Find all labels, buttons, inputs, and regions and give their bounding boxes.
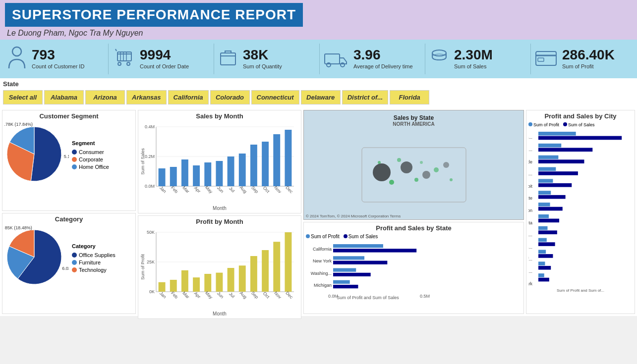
city-sales-bar-12 [538,278,549,282]
state-filter-label: State [3,79,634,89]
sales-state-title: Sales by State [393,114,435,121]
profit-month-xlabel: Month [140,311,299,316]
legend-dot-0 [72,253,77,258]
bar-8 [250,256,257,292]
bar-8 [250,145,257,186]
kpi-label-2: Sum of Quantity [243,63,282,70]
state-sales-bar-2 [333,272,371,276]
state-btn-4[interactable]: California [168,90,209,104]
city-sales-bar-11 [538,266,551,270]
sales-month-xlabel: Month [140,206,299,211]
city-profit-bar-1 [538,144,561,148]
x-label-1: Feb [170,185,179,194]
kpi-text-5: 286.40K Sum of Profit [562,48,615,70]
legend-label-1: Corporate [79,156,103,162]
city-label-2: Seattle [528,159,532,164]
state-btn-3[interactable]: Arkansas [126,90,167,104]
city-profit-bar-4 [538,179,553,183]
main-title: SUPERSTORE PERFORMANCE REPORT [12,7,296,22]
pie-slice-0 [31,127,61,181]
state-sales-bar-0 [333,249,416,252]
x-label-2: Mar [181,291,190,300]
state-btn-1[interactable]: Alabama [44,90,84,104]
legend-label-1: Furniture [79,260,101,265]
city-label-4: Detroit [528,184,532,189]
city-label-8: Minnea... [528,232,532,237]
kpi-icon-5 [535,50,557,69]
city-profit-bar-9 [538,238,547,242]
y-axis-label: 25K [147,260,155,264]
sales-by-state-map: Sales by State NORTH AMERICA © 2024 Tom [303,110,524,220]
city-sales-bar-6 [538,207,563,211]
city-sales-bar-7 [538,219,559,223]
state-btn-8[interactable]: District of... [342,90,389,104]
kpi-icon-4 [429,47,449,71]
svg-point-34 [414,178,418,182]
legend-item-1: Corporate [72,156,109,162]
state-btn-0[interactable]: Select all [3,90,43,104]
city-profit-bar-8 [538,226,548,230]
state-legend-profit: Sum of Profit [311,234,340,239]
city-label-11: Colum... [528,269,532,274]
legend-item-1: Furniture [72,260,116,265]
map-title: Sales by State NORTH AMERICA [393,114,435,127]
state-btn-5[interactable]: Colorado [210,90,250,104]
state-legend-sales: Sum of Sales [348,234,378,239]
city-sales-bar-1 [538,148,592,152]
legend-item-0: Consumer [72,149,109,155]
svg-point-35 [434,167,439,172]
customer-segment-title: Customer Segment [4,112,133,120]
main-content: Customer Segment 5.19K (51.94%)1.78K (17… [0,108,637,316]
state-btn-2[interactable]: Arizona [85,90,125,104]
city-sales-bar-2 [538,159,584,163]
city-profit-bar-7 [538,214,549,218]
state-label-2: Washing... [311,270,332,275]
bar-0 [159,168,166,186]
state-sales-bar-1 [333,260,387,264]
bar-11 [285,130,291,186]
kpi-label-5: Sum of Profit [562,63,615,70]
bar-5 [216,161,223,186]
state-bar-svg: CaliforniaNew YorkWashing...Michigan0.0M… [306,241,430,300]
city-sales-bar-4 [538,183,572,187]
city-label-9: San Die... [528,245,532,250]
y-axis-label: 50K [147,230,155,235]
bar-11 [285,232,291,292]
pie-annotation-main: 6.03K (60.3%) [62,266,69,271]
state-btn-9[interactable]: Florida [390,90,429,104]
state-btn-7[interactable]: Delaware [301,90,341,104]
bar-1 [170,280,177,292]
city-profit-bar-0 [538,132,576,136]
kpi-text-2: 38K Sum of Quantity [243,48,282,70]
kpi-card-5: 286.40K Sum of Profit [530,44,634,74]
state-filter-section: State Select allAlabamaArizonaArkansasCa… [0,78,637,108]
bar-6 [228,268,234,292]
city-legend-profit: Sum of Profit [533,122,559,127]
kpi-card-2: 38K Sum of Quantity [214,44,317,74]
x-label-3: Apr [193,291,202,299]
city-x-label: Sum of Profit and Sum of... [528,288,633,293]
map-attribution: © 2024 TomTom, © 2024 Microsoft Corporat… [306,214,401,218]
svg-point-31 [422,171,430,179]
legend-item-0: Office Supplies [72,252,116,258]
legend-label-2: Technology [79,267,107,273]
kpi-label-0: Count of Customer ID [32,63,84,70]
sales-bar-svg: 0.0M0.2M0.4MJanFebMarAprMayJunJulAugSepO… [140,122,298,204]
legend-dot-1 [72,157,77,162]
pie-annotation-small: 1.85K (18.48%) [4,225,32,230]
city-profit-bar-2 [538,156,558,159]
city-chart-wrap: New Yo...Los An...SeattleSan Fra...Detro… [528,129,633,287]
kpi-text-1: 9994 Count of Order Date [140,48,189,70]
bar-10 [273,134,280,186]
city-label-12: Newark [528,281,532,286]
segment-legend-title: Segment [72,140,109,146]
state-btn-6[interactable]: Connecticut [251,90,299,104]
bar-3 [193,277,200,292]
kpi-icon-0 [7,46,27,72]
bar-5 [216,273,223,292]
x-label-9: Oct [262,291,271,299]
legend-label-0: Consumer [79,149,104,155]
city-sales-bar-5 [538,195,566,199]
legend-dot-2 [72,164,77,169]
state-profit-bar-0 [333,244,383,248]
